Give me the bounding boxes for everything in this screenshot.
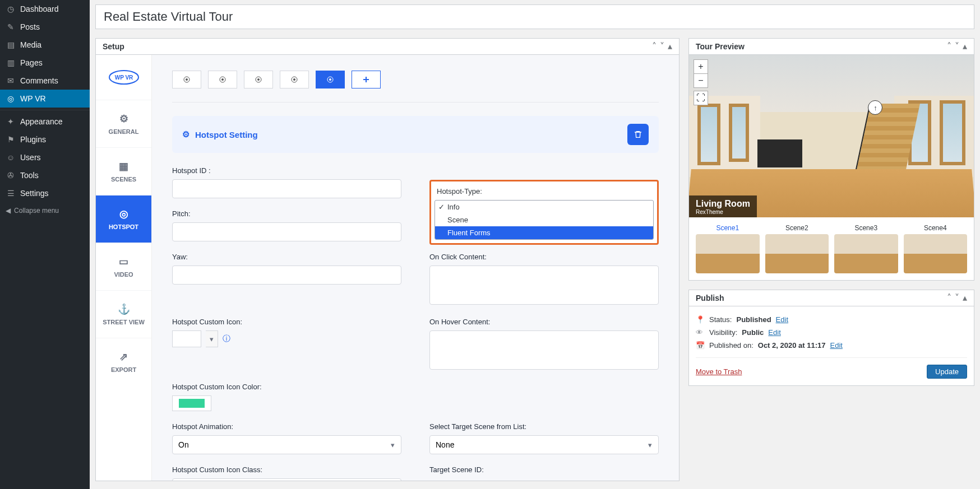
edit-publishedon-link[interactable]: Edit bbox=[830, 341, 842, 350]
admin-menu-dashboard[interactable]: ◷Dashboard bbox=[0, 0, 90, 18]
hotspot-tab-add[interactable] bbox=[352, 71, 381, 89]
collapse-label: Collapse menu bbox=[14, 207, 59, 215]
update-button[interactable]: Update bbox=[927, 365, 967, 379]
wrench-icon: ✇ bbox=[6, 170, 16, 180]
thumb-image bbox=[834, 234, 898, 273]
admin-menu-posts[interactable]: ✎Posts bbox=[0, 18, 90, 36]
admin-menu-label: Tools bbox=[20, 171, 39, 180]
panel-down-icon[interactable]: ˅ bbox=[955, 42, 959, 51]
edit-status-link[interactable]: Edit bbox=[776, 315, 788, 324]
visibility-label: Visibility: bbox=[709, 328, 737, 337]
admin-menu-tools[interactable]: ✇Tools bbox=[0, 166, 90, 184]
admin-menu-wpvr[interactable]: ◎WP VR bbox=[0, 90, 90, 108]
scene-name: Scene4 bbox=[924, 224, 947, 232]
vtab-general[interactable]: ⚙GENERAL bbox=[96, 100, 151, 147]
svg-point-9 bbox=[293, 78, 295, 81]
status-value: Published bbox=[736, 315, 771, 324]
tour-preview-title: Tour Preview bbox=[696, 42, 745, 51]
collapse-icon: ◀ bbox=[6, 207, 11, 215]
select-target-scene[interactable]: None bbox=[429, 435, 659, 454]
admin-menu-media[interactable]: ▤Media bbox=[0, 36, 90, 54]
vtab-scenes[interactable]: ▦SCENES bbox=[96, 147, 151, 195]
hotspot-tab-1[interactable] bbox=[172, 71, 201, 89]
panel-up-icon[interactable]: ˄ bbox=[947, 294, 951, 302]
fullscreen-button[interactable]: ⛶ bbox=[694, 91, 708, 105]
page-title-input[interactable]: Real Estate Virtual Tour bbox=[95, 4, 974, 29]
hotspot-tab-2[interactable] bbox=[208, 71, 237, 89]
scene-thumb-4[interactable]: Scene4 bbox=[904, 224, 968, 273]
admin-menu-label: WP VR bbox=[20, 94, 46, 103]
scene-thumb-1[interactable]: Scene1 bbox=[696, 224, 760, 273]
admin-menu-settings[interactable]: ☰Settings bbox=[0, 184, 90, 202]
visibility-value: Public bbox=[742, 328, 764, 337]
label-onhover: On Hover Content: bbox=[429, 318, 659, 326]
admin-menu-users[interactable]: ☺Users bbox=[0, 148, 90, 166]
admin-menu-label: Comments bbox=[20, 76, 58, 85]
vtab-label: GENERAL bbox=[109, 128, 139, 135]
input-pitch[interactable] bbox=[172, 222, 401, 241]
panel-toggle-icon[interactable]: ▴ bbox=[963, 294, 967, 302]
panel-up-icon[interactable]: ˄ bbox=[947, 42, 951, 51]
image-icon: ▦ bbox=[119, 160, 128, 173]
input-icon-class[interactable] bbox=[172, 478, 401, 481]
collapse-menu[interactable]: ◀Collapse menu bbox=[0, 202, 90, 219]
hotspot-tab-4[interactable] bbox=[280, 71, 309, 89]
admin-menu-label: Settings bbox=[20, 189, 49, 198]
hotspot-type-option-scene[interactable]: Scene bbox=[435, 213, 653, 226]
hotspot-tab-3[interactable] bbox=[244, 71, 273, 89]
input-hotspot-id[interactable] bbox=[172, 179, 401, 198]
select-animation[interactable]: On bbox=[172, 435, 401, 454]
scene-thumb-3[interactable]: Scene3 bbox=[834, 224, 898, 273]
admin-menu-pages[interactable]: ▥Pages bbox=[0, 54, 90, 72]
color-picker[interactable] bbox=[172, 395, 211, 411]
svg-point-7 bbox=[257, 78, 260, 81]
icon-picker-box[interactable] bbox=[172, 330, 201, 347]
zoom-out-button[interactable]: − bbox=[694, 73, 708, 88]
panel-toggle-icon[interactable]: ▴ bbox=[963, 42, 967, 51]
calendar-icon: 📅 bbox=[696, 341, 705, 350]
admin-menu-comments[interactable]: ✉Comments bbox=[0, 72, 90, 90]
input-onhover[interactable] bbox=[429, 330, 659, 370]
vtab-label: VIDEO bbox=[114, 271, 133, 278]
hotspot-type-dropdown[interactable]: Info Scene Fluent Forms bbox=[434, 200, 654, 240]
setup-panel: Setup ˄ ˅ ▴ WP VR ⚙GENER bbox=[95, 38, 679, 481]
panel-up-icon[interactable]: ˄ bbox=[652, 42, 657, 51]
info-icon[interactable]: ⓘ bbox=[223, 334, 230, 344]
edit-visibility-link[interactable]: Edit bbox=[768, 328, 780, 337]
plug-icon: ⚑ bbox=[6, 134, 16, 145]
admin-menu-appearance[interactable]: ✦Appearance bbox=[0, 113, 90, 131]
panel-down-icon[interactable]: ˅ bbox=[955, 294, 959, 302]
zoom-in-button[interactable]: + bbox=[694, 59, 708, 74]
vtab-video[interactable]: ▭VIDEO bbox=[96, 243, 151, 290]
admin-sidebar: ◷Dashboard ✎Posts ▤Media ▥Pages ✉Comment… bbox=[0, 0, 90, 489]
svg-point-5 bbox=[221, 78, 224, 81]
svg-point-11 bbox=[329, 78, 331, 81]
label-yaw: Yaw: bbox=[172, 253, 401, 261]
vtab-export[interactable]: ⇗EXPORT bbox=[96, 338, 151, 385]
icon-picker-toggle[interactable]: ▾ bbox=[206, 330, 218, 347]
panel-toggle-icon[interactable]: ▴ bbox=[668, 42, 672, 51]
publish-panel: Publish ˄ ˅ ▴ 📍 Status: Published Edit bbox=[688, 290, 974, 386]
panel-down-icon[interactable]: ˅ bbox=[660, 42, 664, 51]
admin-menu-plugins[interactable]: ⚑Plugins bbox=[0, 131, 90, 148]
preview-caption-sub: RexTheme bbox=[696, 209, 750, 215]
vtab-hotspot[interactable]: ◎HOTSPOT bbox=[96, 195, 151, 243]
thumb-image bbox=[904, 234, 968, 273]
input-yaw[interactable] bbox=[172, 266, 401, 285]
video-icon: ▭ bbox=[119, 255, 128, 268]
move-to-trash-link[interactable]: Move to Trash bbox=[696, 367, 742, 376]
input-onclick[interactable] bbox=[429, 266, 659, 305]
label-hotspot-type: Hotspot-Type: bbox=[434, 185, 654, 200]
svg-point-3 bbox=[186, 78, 188, 81]
gear-icon: ⚙ bbox=[182, 129, 189, 139]
publishedon-label: Published on: bbox=[709, 341, 754, 350]
hotspot-tab-5[interactable] bbox=[316, 71, 345, 89]
svg-text:WP VR: WP VR bbox=[114, 74, 133, 81]
hotspot-type-option-info[interactable]: Info bbox=[435, 201, 653, 213]
panorama-preview[interactable]: + − ⛶ ↑ Living Room RexTheme bbox=[689, 55, 974, 217]
scene-thumb-2[interactable]: Scene2 bbox=[765, 224, 829, 273]
vtab-streetview[interactable]: ⚓STREET VIEW bbox=[96, 290, 151, 338]
hotspot-type-option-fluent[interactable]: Fluent Forms bbox=[435, 226, 653, 239]
label-onclick: On Click Content: bbox=[429, 253, 659, 261]
delete-hotspot-button[interactable] bbox=[627, 124, 649, 145]
